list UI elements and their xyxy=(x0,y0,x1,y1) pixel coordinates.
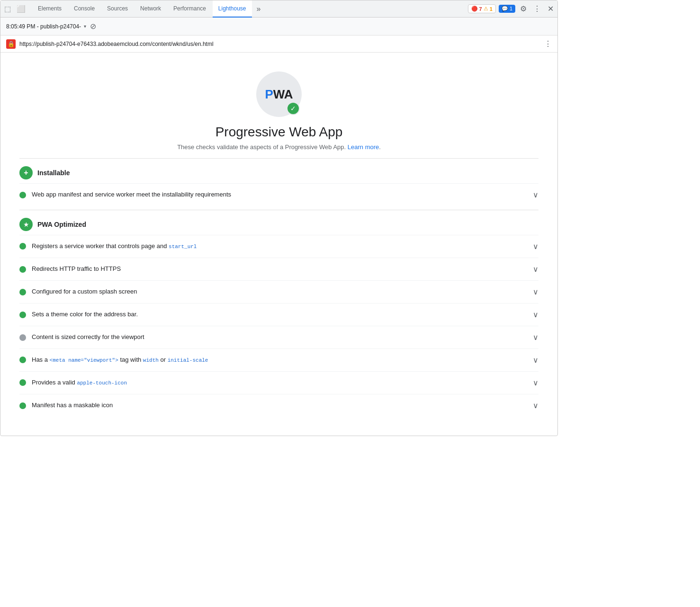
check-icon: ✓ xyxy=(290,105,296,112)
message-count: 1 xyxy=(510,6,512,11)
pwa-logo: PWA ✓ xyxy=(256,71,302,117)
audit-splash-screen[interactable]: Configured for a custom splash screen ∨ xyxy=(19,280,538,303)
status-dot-green xyxy=(19,266,26,273)
chevron-down-icon: ∨ xyxy=(533,401,538,410)
tab-bar-right: 🔴 7 ⚠ 1 💬 1 ⚙ ⋮ ✕ xyxy=(468,2,556,15)
status-dot-green xyxy=(19,312,26,318)
code-apple-touch-icon: apple-touch-icon xyxy=(77,380,127,386)
pwa-description: These checks validate the aspects of a P… xyxy=(177,143,381,151)
pwa-p-letter: P xyxy=(265,87,273,101)
chevron-down-icon: ∨ xyxy=(533,265,538,274)
error-icon: 🔴 xyxy=(471,6,478,12)
status-dot-gray xyxy=(19,334,26,341)
security-icon: 🔒 xyxy=(6,39,16,49)
security-url-bar: 🔒 https://publish-p24704-e76433.adobeaem… xyxy=(0,36,557,53)
warning-count: 1 xyxy=(490,6,493,12)
pwa-optimized-title: PWA Optimized xyxy=(37,221,86,228)
dropdown-icon[interactable]: ▾ xyxy=(84,24,86,29)
audit-text-manifest: Web app manifest and service worker meet… xyxy=(32,190,231,199)
audit-text-apple-touch: Provides a valid apple-touch-icon xyxy=(32,378,127,387)
code-width: width xyxy=(143,357,159,363)
lighthouse-content: PWA ✓ Progressive Web App These checks v… xyxy=(0,53,557,436)
status-dot-green xyxy=(19,289,26,295)
chevron-down-icon: ∨ xyxy=(533,378,538,387)
device-icon[interactable]: ⬜ xyxy=(15,3,27,15)
status-dot-green xyxy=(19,357,26,363)
pwa-title: Progressive Web App xyxy=(215,125,343,140)
installable-icon: + xyxy=(19,166,33,179)
tab-performance[interactable]: Performance xyxy=(168,0,212,18)
audit-text-service-worker: Registers a service worker that controls… xyxy=(32,242,197,250)
tab-network[interactable]: Network xyxy=(135,0,167,18)
more-options-icon[interactable]: ⋮ xyxy=(531,2,543,15)
audit-viewport-size[interactable]: Content is sized correctly for the viewp… xyxy=(19,326,538,348)
audit-manifest-service-worker[interactable]: Web app manifest and service worker meet… xyxy=(19,183,538,206)
security-badge-icon: 🔒 xyxy=(8,41,15,47)
tab-sources[interactable]: Sources xyxy=(101,0,134,18)
chevron-down-icon: ∨ xyxy=(533,287,538,296)
audit-service-worker[interactable]: Registers a service worker that controls… xyxy=(19,235,538,258)
code-start-url: start_url xyxy=(169,244,197,250)
tab-lighthouse[interactable]: Lighthouse xyxy=(213,0,252,18)
audit-text-maskable: Manifest has a maskable icon xyxy=(32,401,113,410)
status-dot-green xyxy=(19,402,26,409)
code-meta-viewport: <meta name="viewport"> xyxy=(50,357,118,363)
tab-elements[interactable]: Elements xyxy=(32,0,67,18)
tab-info: 8:05:49 PM - publish-p24704- ▾ xyxy=(6,23,86,30)
message-icon: 💬 xyxy=(502,6,508,11)
audit-maskable-icon[interactable]: Manifest has a maskable icon ∨ xyxy=(19,394,538,417)
pwa-text: PWA xyxy=(265,88,293,100)
tab-title: 8:05:49 PM - publish-p24704- xyxy=(6,23,81,30)
pwa-wa-letters: WA xyxy=(273,87,293,101)
installable-section-header: + Installable xyxy=(19,158,538,183)
url-bar: 8:05:49 PM - publish-p24704- ▾ ⊘ xyxy=(0,18,557,36)
learn-more-link[interactable]: Learn more xyxy=(348,143,379,151)
devtools-window: ⬚ ⬜ Elements Console Sources Network Per… xyxy=(0,0,558,436)
audit-apple-touch-icon[interactable]: Provides a valid apple-touch-icon ∨ xyxy=(19,371,538,394)
code-initial-scale: initial-scale xyxy=(168,357,208,363)
block-icon[interactable]: ⊘ xyxy=(90,22,96,31)
tab-bar-icons: ⬚ ⬜ xyxy=(2,3,27,15)
audit-viewport-meta[interactable]: Has a <meta name="viewport"> tag with wi… xyxy=(19,348,538,371)
status-dot-green xyxy=(19,379,26,386)
audit-text-viewport-meta: Has a <meta name="viewport"> tag with wi… xyxy=(32,356,208,364)
cursor-icon[interactable]: ⬚ xyxy=(2,3,13,15)
chevron-down-icon: ∨ xyxy=(533,333,538,342)
url-display: https://publish-p24704-e76433.adobeaemcl… xyxy=(19,41,540,47)
error-badge[interactable]: 🔴 7 ⚠ 1 xyxy=(468,4,496,13)
chevron-down-icon: ∨ xyxy=(533,242,538,251)
url-more-icon[interactable]: ⋮ xyxy=(544,39,552,48)
pwa-optimized-section-header: ★ PWA Optimized xyxy=(19,210,538,235)
tab-console[interactable]: Console xyxy=(68,0,100,18)
more-tabs-icon[interactable]: » xyxy=(253,0,265,18)
error-count: 7 xyxy=(479,6,482,12)
chevron-down-icon: ∨ xyxy=(533,190,538,199)
tab-bar: ⬚ ⬜ Elements Console Sources Network Per… xyxy=(0,0,557,18)
warning-icon: ⚠ xyxy=(484,6,488,12)
audit-redirects-http[interactable]: Redirects HTTP traffic to HTTPS ∨ xyxy=(19,258,538,280)
plus-icon: + xyxy=(24,169,28,177)
chevron-down-icon: ∨ xyxy=(533,310,538,319)
star-icon: ★ xyxy=(23,221,29,228)
pwa-check-badge: ✓ xyxy=(287,102,300,115)
audit-text-viewport-size: Content is sized correctly for the viewp… xyxy=(32,333,144,341)
pwa-optimized-icon: ★ xyxy=(19,218,33,231)
message-badge[interactable]: 💬 1 xyxy=(499,5,515,13)
installable-title: Installable xyxy=(37,169,70,177)
status-dot-green xyxy=(19,192,26,198)
chevron-down-icon: ∨ xyxy=(533,356,538,365)
pwa-header: PWA ✓ Progressive Web App These checks v… xyxy=(19,62,538,158)
audit-text-redirects: Redirects HTTP traffic to HTTPS xyxy=(32,265,121,273)
status-dot-green xyxy=(19,243,26,250)
audit-text-theme: Sets a theme color for the address bar. xyxy=(32,310,138,319)
audit-theme-color[interactable]: Sets a theme color for the address bar. … xyxy=(19,303,538,326)
audit-text-splash: Configured for a custom splash screen xyxy=(32,287,137,296)
settings-icon[interactable]: ⚙ xyxy=(518,2,529,15)
close-icon[interactable]: ✕ xyxy=(546,2,556,15)
